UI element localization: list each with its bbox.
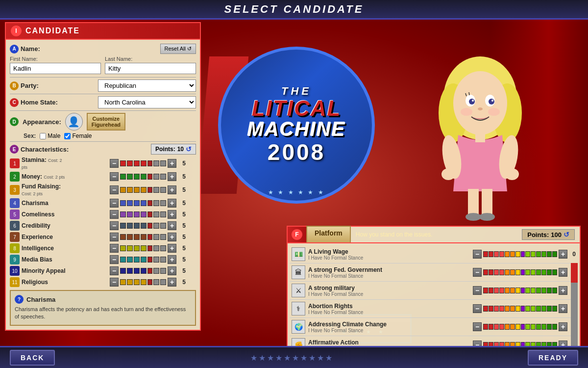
char-bar-0: − + 5 <box>110 159 196 168</box>
char-plus-2[interactable]: + <box>168 185 176 194</box>
issue-plus-4[interactable]: + <box>559 322 567 331</box>
issue-icon-1: 🏛 <box>292 265 305 279</box>
issue-minus-2[interactable]: − <box>473 286 482 295</box>
platform-points: Points: 100 ↺ <box>522 229 575 240</box>
char-bar-track-4 <box>120 211 166 218</box>
customize-button[interactable]: Customize Figurehead <box>87 113 125 131</box>
issue-seg-4-12 <box>547 324 552 330</box>
last-name-input[interactable] <box>105 63 196 74</box>
bar-seg-cursor <box>147 245 152 251</box>
issue-seg-2-10 <box>536 288 541 293</box>
first-name-label: First Name: <box>10 56 101 62</box>
issue-icon-0: 💵 <box>292 247 305 261</box>
issue-plus-1[interactable]: + <box>559 268 567 277</box>
char-minus-10[interactable]: − <box>110 278 119 287</box>
char-minus-8[interactable]: − <box>110 255 119 264</box>
char-plus-1[interactable]: + <box>168 172 176 181</box>
characteristics-points: Points: 10 ↺ <box>151 144 196 155</box>
back-button[interactable]: BACK <box>10 350 55 366</box>
issue-plus-0[interactable]: + <box>559 250 567 259</box>
home-state-select[interactable]: North Carolina Texas Florida <box>98 96 196 108</box>
char-plus-6[interactable]: + <box>168 233 176 241</box>
issue-val-0: 0 <box>569 251 576 258</box>
issue-seg-2-7 <box>521 288 525 293</box>
issue-minus-3[interactable]: − <box>473 304 482 313</box>
char-minus-5[interactable]: − <box>110 221 119 230</box>
platform-panel: F Platform How you stand on the issues. … <box>287 226 581 343</box>
char-bar-track-7 <box>120 245 166 252</box>
char-val-0: 5 <box>178 160 186 167</box>
bar-seg-cursor <box>147 187 152 193</box>
svg-point-22 <box>466 213 481 221</box>
bar-seg-empty-1 <box>160 187 166 193</box>
platform-scrollbar[interactable] <box>571 263 578 354</box>
char-val-6: 5 <box>178 234 186 240</box>
party-icon: B <box>10 81 19 90</box>
candidate-panel-header: I CANDIDATE <box>5 22 201 39</box>
char-plus-8[interactable]: + <box>168 255 176 264</box>
char-minus-6[interactable]: − <box>110 233 119 241</box>
issue-row-4: 🌍 Addressing Climate Change I Have No Fo… <box>290 318 578 336</box>
bar-seg-empty-1 <box>160 257 166 263</box>
issue-seg-3-7 <box>521 306 525 312</box>
issue-bar-container-4: − + 0 <box>473 322 576 331</box>
bar-seg-empty-0 <box>153 174 159 180</box>
svg-rect-20 <box>468 189 479 216</box>
char-plus-4[interactable]: + <box>168 210 176 219</box>
char-icon-0: 1 <box>10 158 20 168</box>
char-plus-3[interactable]: + <box>168 199 176 208</box>
points-refresh-icon[interactable]: ↺ <box>186 145 192 153</box>
party-select[interactable]: Republican Democrat <box>98 79 196 92</box>
issue-plus-2[interactable]: + <box>559 286 567 295</box>
first-name-input[interactable] <box>10 63 101 74</box>
bar-seg-filled-1 <box>127 200 133 206</box>
bar-seg-filled-2 <box>134 160 140 166</box>
char-minus-9[interactable]: − <box>110 266 119 275</box>
issue-minus-1[interactable]: − <box>473 268 482 277</box>
char-minus-3[interactable]: − <box>110 199 119 208</box>
char-plus-9[interactable]: + <box>168 266 176 275</box>
platform-refresh-icon[interactable]: ↺ <box>564 231 569 238</box>
issue-seg-2-5 <box>510 288 515 293</box>
char-minus-0[interactable]: − <box>110 159 119 168</box>
char-minus-4[interactable]: − <box>110 210 119 219</box>
bar-seg-filled-0 <box>120 223 126 229</box>
ready-button[interactable]: READY <box>528 350 578 366</box>
svg-point-6 <box>469 99 475 105</box>
bar-seg-filled-3 <box>141 160 147 166</box>
svg-point-9 <box>491 100 493 102</box>
svg-rect-21 <box>482 189 492 216</box>
char-minus-2[interactable]: − <box>110 185 119 194</box>
male-checkbox[interactable] <box>40 133 46 139</box>
bar-seg-cursor <box>147 160 152 166</box>
female-checkbox-item[interactable]: Female <box>64 132 92 139</box>
char-minus-7[interactable]: − <box>110 244 119 253</box>
issue-seg-3-3 <box>499 306 504 312</box>
char-plus-0[interactable]: + <box>168 159 176 168</box>
bar-seg-cursor <box>147 234 152 240</box>
bar-seg-filled-2 <box>134 174 140 180</box>
issue-row-3: ⚕ Abortion Rights I Have No Formal Stanc… <box>290 300 578 318</box>
characteristic-row-0: 1 Stamina: Cost: 2 pts − + 5 <box>10 157 196 170</box>
bar-seg-empty-1 <box>160 279 166 285</box>
platform-tab[interactable]: Platform <box>306 226 351 242</box>
char-plus-5[interactable]: + <box>168 221 176 230</box>
char-plus-7[interactable]: + <box>168 244 176 253</box>
char-minus-1[interactable]: − <box>110 172 119 181</box>
reset-all-button[interactable]: Reset All ↺ <box>160 44 196 54</box>
char-name-1: Money: Cost: 2 pts <box>22 173 68 180</box>
bar-seg-filled-3 <box>141 174 147 180</box>
platform-scrollbar-thumb[interactable] <box>571 263 578 283</box>
female-checkbox[interactable] <box>64 133 71 139</box>
home-state-section: C Home State: North Carolina Texas Flori… <box>10 96 196 108</box>
issue-minus-4[interactable]: − <box>473 322 482 331</box>
male-label: Male <box>48 132 60 139</box>
char-name-4: Comeliness <box>22 211 68 218</box>
bar-seg-filled-2 <box>134 200 140 206</box>
male-checkbox-item[interactable]: Male <box>40 132 60 139</box>
char-plus-10[interactable]: + <box>168 278 176 287</box>
issue-seg-1-8 <box>525 269 530 275</box>
platform-body: 💵 A Living Wage I Have No Formal Stance … <box>287 242 581 357</box>
issue-minus-0[interactable]: − <box>473 250 482 259</box>
issue-plus-3[interactable]: + <box>559 304 567 313</box>
